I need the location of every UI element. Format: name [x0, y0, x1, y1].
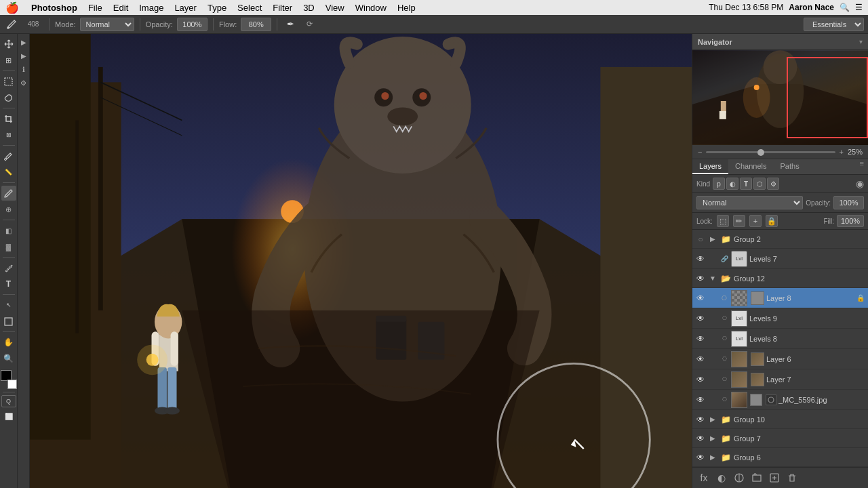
arrow-group6[interactable]: ▶: [708, 453, 717, 462]
layer-item-group12[interactable]: 👁 ▼ 📂 Group 12: [692, 269, 868, 288]
move-tool[interactable]: [1, 37, 16, 52]
arrow-group7[interactable]: ▶: [708, 434, 717, 443]
navigator-collapse-icon[interactable]: ▾: [859, 38, 863, 45]
layer-group-icon[interactable]: [749, 470, 764, 485]
link-mc5596[interactable]: ⎔: [719, 395, 729, 405]
link-layer7[interactable]: ⎔: [719, 375, 729, 384]
eye-mc5596[interactable]: 👁: [695, 394, 706, 405]
layer-item-levels9[interactable]: 👁 ⎔ Lvl Levels 9: [692, 308, 868, 329]
pen-tool[interactable]: [1, 260, 16, 275]
menu-file[interactable]: File: [83, 3, 108, 13]
layer-item-layer6[interactable]: 👁 ⎔ Layer 6: [692, 349, 868, 369]
lock-artboard-icon[interactable]: +: [749, 215, 762, 227]
layer-item-group6[interactable]: 👁 ▶ 📁 Group 6: [692, 448, 868, 467]
flow-input[interactable]: [241, 18, 271, 31]
eye-group2[interactable]: ○: [695, 234, 706, 245]
eye-levels8[interactable]: 👁: [695, 333, 706, 344]
clone-tool[interactable]: ⊕: [1, 202, 16, 217]
canvas-area[interactable]: [30, 34, 692, 488]
zoom-slider[interactable]: [706, 151, 835, 153]
filter-adjust-icon[interactable]: ◐: [726, 178, 738, 190]
layer-new-icon[interactable]: [767, 470, 782, 485]
navigator-preview[interactable]: [692, 50, 868, 145]
brush-tool-icon[interactable]: [4, 17, 19, 32]
layer-item-layer7[interactable]: 👁 ⎔ Layer 7: [692, 369, 868, 390]
eye-group10[interactable]: 👁: [695, 414, 706, 425]
apple-menu[interactable]: 🍎: [5, 1, 19, 14]
layer-item-mc5596[interactable]: 👁 ⎔ _MC_5596.jpg: [692, 390, 868, 410]
ruler-tool[interactable]: 📏: [1, 165, 16, 180]
slice-tool[interactable]: ⊠: [1, 127, 16, 142]
eye-layer8[interactable]: 👁: [695, 293, 706, 304]
layer-delete-icon[interactable]: [785, 470, 800, 485]
shape-tool[interactable]: [1, 314, 16, 329]
layer-item-levels8[interactable]: 👁 ⎔ Lvl Levels 8: [692, 329, 868, 349]
layer-item-group10[interactable]: 👁 ▶ 📁 Group 10: [692, 410, 868, 429]
link-layer6[interactable]: ⎔: [719, 354, 729, 364]
path-select-tool[interactable]: ↖: [1, 298, 16, 312]
link-levels8[interactable]: ⎔: [719, 334, 729, 344]
settings-icon[interactable]: ⚙: [18, 77, 29, 88]
filter-smart-icon[interactable]: ⚙: [767, 178, 779, 190]
layer-item-group2[interactable]: ○ ▶ 📁 Group 2: [692, 230, 868, 249]
opacity-input[interactable]: [833, 196, 864, 209]
menu-layer[interactable]: Layer: [169, 3, 202, 13]
zoom-in-icon[interactable]: +: [840, 148, 844, 156]
layer-adjustment-icon[interactable]: [732, 470, 747, 485]
layers-menu-icon[interactable]: ≡: [856, 159, 868, 174]
layer-item-levels7[interactable]: 👁 🔗 Lvl Levels 7: [692, 249, 868, 269]
navigator-viewport[interactable]: [787, 57, 868, 138]
menu-help[interactable]: Help: [392, 3, 421, 13]
smoothing-icon[interactable]: ⟳: [302, 17, 317, 32]
info-icon[interactable]: ℹ: [18, 64, 29, 75]
tab-paths[interactable]: Paths: [774, 159, 806, 174]
lock-pixels-icon[interactable]: ⬚: [717, 215, 729, 227]
menu-window[interactable]: Window: [350, 3, 392, 13]
eye-levels9[interactable]: 👁: [695, 313, 706, 324]
eye-group6[interactable]: 👁: [695, 452, 706, 463]
airbrush-icon[interactable]: ✒: [283, 17, 298, 32]
text-tool[interactable]: T: [1, 277, 16, 291]
eye-levels7[interactable]: 👁: [695, 253, 706, 264]
menu-select[interactable]: Select: [232, 3, 267, 13]
eye-group12[interactable]: 👁: [695, 273, 706, 284]
menu-filter[interactable]: Filter: [267, 3, 298, 13]
menu-image[interactable]: Image: [134, 3, 169, 13]
hand-tool[interactable]: ✋: [1, 335, 16, 350]
lock-position-icon[interactable]: ✏: [733, 215, 745, 227]
artboard-tool[interactable]: ⊞: [1, 53, 16, 68]
zoom-thumb[interactable]: [757, 149, 764, 156]
quick-mask-icon[interactable]: Q: [1, 395, 16, 407]
layer-mask-icon[interactable]: ◐: [714, 470, 729, 485]
screen-mode-icon[interactable]: ⬜: [1, 409, 16, 424]
link-levels9[interactable]: ⎔: [719, 314, 729, 323]
lasso-tool[interactable]: [1, 90, 16, 105]
menu-edit[interactable]: Edit: [108, 3, 134, 13]
menu-type[interactable]: Type: [202, 3, 232, 13]
eye-layer6[interactable]: 👁: [695, 354, 706, 365]
arrow-group12[interactable]: ▼: [708, 274, 717, 283]
collapse-top-icon[interactable]: ▶: [18, 37, 29, 47]
play-icon[interactable]: ▶: [18, 50, 29, 61]
crop-tool[interactable]: [1, 111, 16, 126]
tab-layers[interactable]: Layers: [692, 159, 728, 174]
tab-channels[interactable]: Channels: [728, 159, 773, 174]
zoom-out-icon[interactable]: −: [698, 148, 702, 156]
blend-mode-select[interactable]: Normal Multiply Screen Overlay: [696, 196, 803, 209]
fill-input[interactable]: [837, 215, 864, 227]
zoom-tool[interactable]: 🔍: [1, 351, 16, 366]
opacity-input[interactable]: [177, 18, 208, 31]
lock-all-icon[interactable]: 🔒: [766, 215, 778, 227]
link-layer8[interactable]: ⎔: [719, 293, 729, 303]
filter-type-icon[interactable]: T: [740, 178, 752, 190]
layer-item-layer8[interactable]: 👁 ⎔ Layer 8 🔒: [692, 288, 868, 308]
link-levels7[interactable]: 🔗: [719, 254, 729, 264]
search-icon[interactable]: 🔍: [840, 3, 850, 12]
marquee-tool[interactable]: [1, 74, 16, 89]
arrow-group10[interactable]: ▶: [708, 415, 717, 424]
mode-select[interactable]: Normal Multiply Screen: [80, 18, 134, 31]
background-color[interactable]: [7, 380, 17, 389]
gradient-tool[interactable]: ▓: [1, 239, 16, 254]
eye-group7[interactable]: 👁: [695, 433, 706, 444]
menu-3d[interactable]: 3D: [298, 3, 320, 13]
